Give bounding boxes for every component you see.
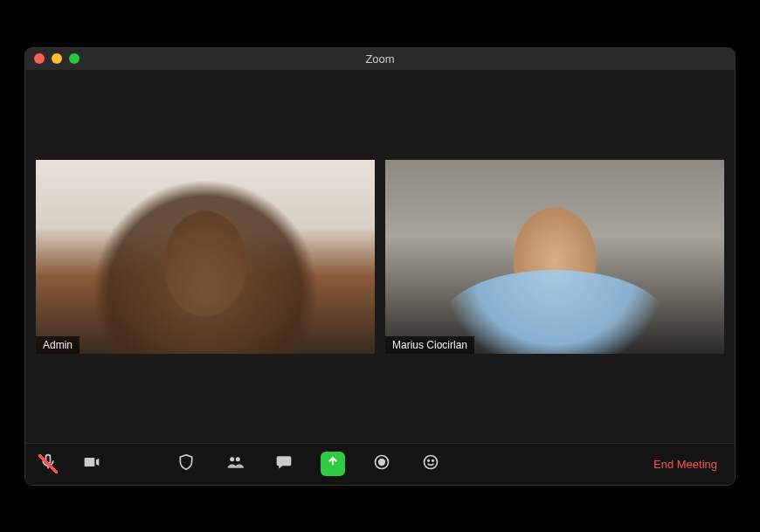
svg-point-3 <box>379 459 385 466</box>
camera-icon <box>83 453 100 474</box>
video-feed <box>385 160 724 354</box>
video-feed <box>36 160 375 354</box>
mute-button[interactable] <box>36 452 60 476</box>
svg-point-4 <box>425 456 438 469</box>
titlebar[interactable]: Zoom <box>25 48 735 71</box>
video-grid: Admin Marius Ciocirlan <box>25 71 735 443</box>
reactions-button[interactable] <box>418 452 443 476</box>
meeting-toolbar: End Meeting <box>25 443 735 485</box>
fullscreen-icon[interactable] <box>69 53 79 64</box>
svg-point-5 <box>428 460 430 462</box>
zoom-window: Zoom Admin Marius Ciocirlan <box>25 48 735 485</box>
window-title: Zoom <box>365 52 394 66</box>
end-meeting-button[interactable]: End Meeting <box>646 454 724 474</box>
chat-icon <box>275 453 293 474</box>
share-screen-icon <box>324 453 342 474</box>
svg-point-1 <box>236 457 240 461</box>
minimize-icon[interactable] <box>52 53 62 64</box>
reactions-icon <box>422 453 439 474</box>
chat-button[interactable] <box>272 452 296 476</box>
video-button[interactable] <box>79 452 104 476</box>
microphone-icon <box>39 453 57 474</box>
participants-button[interactable] <box>223 452 247 476</box>
participant-name-label: Admin <box>36 336 79 354</box>
record-icon <box>373 453 390 474</box>
window-controls <box>25 53 79 64</box>
shield-icon <box>177 453 195 474</box>
participant-tile[interactable]: Marius Ciocirlan <box>385 160 724 354</box>
participants-icon <box>226 453 244 474</box>
participant-name-label: Marius Ciocirlan <box>385 336 474 354</box>
participant-tile[interactable]: Admin <box>36 160 375 354</box>
close-icon[interactable] <box>34 53 45 64</box>
share-screen-button[interactable] <box>321 452 345 476</box>
svg-point-0 <box>230 457 234 461</box>
svg-point-6 <box>432 460 434 462</box>
security-button[interactable] <box>174 452 198 476</box>
record-button[interactable] <box>370 452 394 476</box>
